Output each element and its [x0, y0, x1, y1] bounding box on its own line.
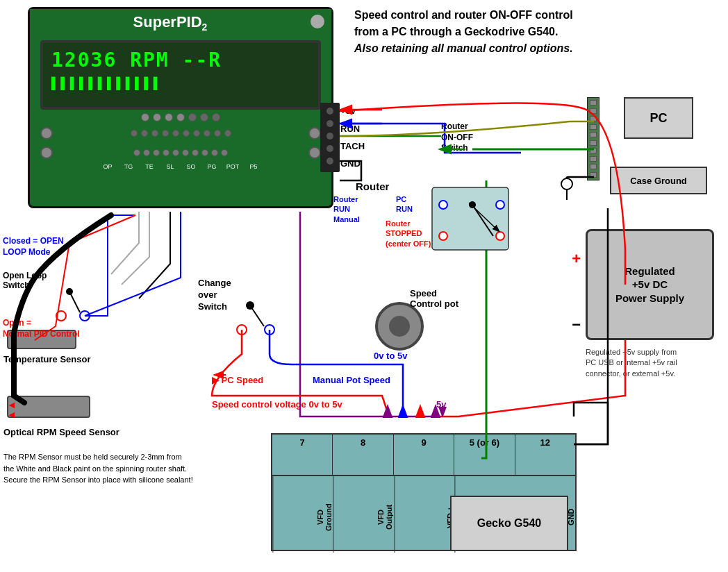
- router-switch-box: [432, 187, 508, 250]
- terminal-12: 12: [515, 435, 575, 475]
- wire-oop-blue: [85, 215, 135, 316]
- pin-label-op: OP: [98, 163, 117, 170]
- header-line1: Speed control and router ON-OFF control: [354, 7, 573, 24]
- pin-label-tg: TG: [119, 163, 138, 170]
- board-dots-center: [131, 130, 231, 137]
- pin-label-pg: PG: [202, 163, 222, 170]
- lcd-bars: ▌▌▌▌▌▌▌▌▌▌▌▌: [51, 77, 163, 89]
- connector-pin: [590, 100, 597, 106]
- connector-dot: [192, 149, 199, 156]
- superpid-title: SuperPID2: [30, 9, 331, 37]
- terminal-9: 9: [394, 435, 454, 475]
- 5v-label: 5v: [436, 399, 446, 410]
- connector-pin: [590, 164, 597, 169]
- rpm-note: The RPM Sensor must be held securely 2-3…: [3, 451, 193, 486]
- connector-dot: [201, 149, 208, 156]
- zero-to-5v-label: 0v to 5v: [374, 351, 407, 361]
- pin-label-so: SO: [181, 163, 201, 170]
- terminal-8: 8: [333, 435, 393, 475]
- connector-pin: [590, 132, 597, 137]
- switch-lever-top: [469, 201, 476, 208]
- connector-dot: [172, 149, 179, 156]
- tach-label: TACH: [340, 141, 365, 151]
- power-supply-note: Regulated +5v supply fromPC USB or inter…: [586, 347, 714, 379]
- gecko-label-vfd-ground: VFDGround: [272, 476, 333, 553]
- connector-dot: [200, 113, 208, 121]
- router-label: Router: [356, 180, 389, 192]
- connector-dot: [153, 149, 160, 156]
- header-text: Speed control and router ON-OFF control …: [354, 7, 573, 57]
- lcd-screen: 12036 RPM --R ▌▌▌▌▌▌▌▌▌▌▌▌: [40, 40, 321, 110]
- connector-pin: [590, 148, 597, 153]
- terminal-5or6: 5 (or 6): [454, 435, 515, 475]
- switch-contact-rr: [496, 232, 504, 240]
- speed-control-pot: [375, 302, 424, 351]
- switch-contact-bl: [439, 201, 447, 209]
- rpm-sensor: [7, 396, 90, 418]
- terminal-num-12: 12: [540, 437, 550, 448]
- connector-pin: [590, 108, 597, 114]
- minus-label: −: [572, 316, 581, 334]
- changeover-switch-toggle: [246, 301, 254, 310]
- pc-run-label: PCRUN: [396, 194, 413, 214]
- connector-dot: [131, 130, 138, 137]
- temp-sensor-label: Temperature Sensor: [3, 354, 90, 364]
- case-ground-box: Case Ground: [610, 167, 707, 194]
- open-normal-label: Open =Normal PID Control: [3, 318, 80, 339]
- board-circle-bl: [40, 146, 53, 159]
- connector-dot: [182, 149, 189, 156]
- board-middle: [30, 124, 331, 142]
- connector-dot: [193, 130, 200, 137]
- open-loop-contact-blue: [80, 311, 90, 321]
- gecko-label-vfd-output: VFDOutput: [333, 476, 393, 553]
- terminal-num-8: 8: [361, 437, 365, 448]
- board-circle-br: [308, 146, 321, 159]
- gecko-label-vfd-plus: VFD +: [394, 476, 454, 553]
- wire-gray-2: [122, 212, 149, 285]
- change-over-switch-label: ChangeoverSwitch: [198, 278, 231, 313]
- connector-dot: [224, 130, 231, 137]
- connector-dot: [141, 130, 148, 137]
- connector-pin: [590, 156, 597, 162]
- plus-label: +: [572, 250, 581, 268]
- main-container: Speed control and router ON-OFF control …: [0, 0, 728, 572]
- connector-pin: [590, 116, 597, 121]
- open-loop-switch-arm: [69, 292, 80, 312]
- board-circle-left: [40, 127, 53, 140]
- connector-dot: [212, 113, 220, 121]
- rpm-sensor-label: Optical RPM Speed Sensor: [3, 427, 119, 437]
- pin-label-p5: P5: [244, 163, 263, 170]
- pin-label-te: TE: [140, 163, 159, 170]
- header-line2: from a PC through a Geckodrive G540.: [354, 24, 573, 40]
- changeover-contact-blue: [265, 325, 274, 335]
- wire-green-down: [481, 180, 486, 458]
- pc-box: PC: [624, 97, 693, 139]
- power-supply-title: Regulated+5v DCPower Supply: [615, 264, 684, 305]
- superpid-subtitle: 2: [202, 22, 208, 33]
- terminal-num-7: 7: [300, 437, 305, 448]
- pin-label-pot: POT: [223, 163, 242, 170]
- connector-dot: [163, 149, 169, 156]
- pc-speed-label: ▶ PC Speed: [212, 375, 263, 385]
- manual-pot-speed-label: Manual Pot Speed: [313, 375, 390, 385]
- wire-white: [132, 212, 160, 298]
- connector-dot: [188, 113, 197, 121]
- changeover-contact-red: [237, 325, 247, 335]
- connector-dot: [153, 113, 161, 121]
- gecko-name-box: Gecko G540: [450, 496, 568, 551]
- gnd-label: GND: [340, 158, 361, 169]
- gecko-terminals: 7 8 9 5 (or 6) 12: [272, 435, 575, 476]
- run-label: RUN: [340, 124, 360, 134]
- speed-pot-label: SpeedControl pot: [410, 288, 458, 309]
- board-bottom-dots: [133, 149, 228, 156]
- connector-dot: [176, 113, 185, 121]
- case-gnd-symbol: [561, 178, 572, 190]
- wire-run-blue: [340, 124, 521, 153]
- terminal-num-9: 9: [421, 437, 426, 448]
- connector-pin: [590, 172, 597, 178]
- lcd-top-row: 12036 RPM --R: [51, 49, 310, 72]
- terminal-num-5or6: 5 (or 6): [470, 437, 499, 448]
- closed-open-label: Closed = OPENLOOP Mode: [3, 236, 64, 258]
- connector-pin: [590, 124, 597, 130]
- board-circle-right: [308, 127, 321, 140]
